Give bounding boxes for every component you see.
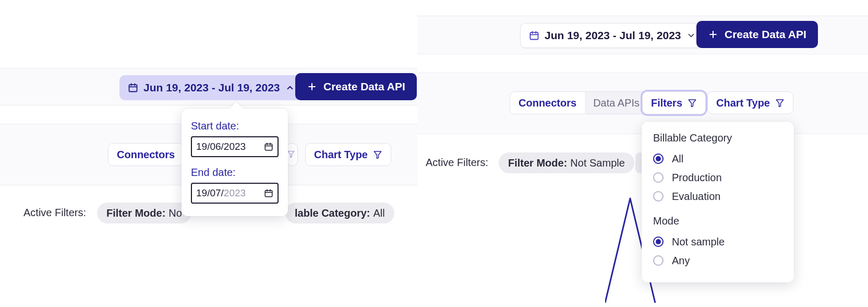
svg-marker-6: [288, 151, 294, 158]
radio-icon: [653, 154, 664, 164]
chip-billable-category: lable Category: All: [285, 203, 394, 223]
chevron-down-icon: [686, 31, 696, 40]
create-button-label: Create Data API: [725, 28, 806, 41]
option-billable-production[interactable]: Production: [653, 168, 782, 187]
chart-type-button[interactable]: Chart Type: [305, 143, 391, 166]
funnel-icon: [373, 150, 382, 159]
create-button-label: Create Data API: [323, 80, 405, 93]
date-range-text: Jun 19, 2023 - Jul 19, 2023: [143, 81, 280, 94]
radio-icon: [653, 237, 664, 247]
option-billable-all[interactable]: All: [653, 149, 782, 168]
segment-connectors[interactable]: Connectors: [108, 144, 183, 166]
chevron-up-icon: [285, 83, 295, 92]
date-range-button[interactable]: Jun 19, 2023 - Jul 19, 2023: [520, 23, 705, 48]
date-range-popover: Start date: 19/06/2023 End date: 19/07/2…: [182, 109, 288, 216]
svg-marker-23: [776, 100, 783, 107]
option-mode-not-sample[interactable]: Not sample: [653, 232, 782, 251]
funnel-icon: [775, 98, 785, 108]
create-data-api-button[interactable]: Create Data API: [696, 21, 818, 48]
filters-button[interactable]: Filters: [642, 91, 706, 114]
svg-rect-16: [531, 32, 538, 39]
chart-type-button[interactable]: Chart Type: [707, 91, 793, 114]
radio-icon: [653, 255, 664, 266]
start-date-label: Start date:: [191, 120, 279, 132]
end-date-label: End date:: [191, 167, 279, 179]
funnel-icon: [287, 150, 295, 159]
filters-popover: Billable Category All Production Evaluat…: [642, 122, 794, 282]
svg-rect-12: [265, 191, 272, 197]
active-filters-label: Active Filters:: [23, 207, 86, 219]
chip-filter-mode: Filter Mode: No: [97, 203, 191, 223]
calendar-icon: [529, 30, 539, 41]
start-date-input[interactable]: 19/06/2023: [191, 136, 279, 157]
billable-category-title: Billable Category: [653, 132, 782, 144]
date-range-button[interactable]: Jun 19, 2023 - Jul 19, 2023: [119, 75, 303, 100]
panel-date-open: Jun 19, 2023 - Jul 19, 2023 Create Data …: [0, 0, 417, 307]
plus-icon: [708, 29, 718, 40]
end-date-input[interactable]: 19/07/2023: [191, 183, 279, 204]
filters-button-obscured[interactable]: [286, 143, 298, 166]
plus-icon: [307, 81, 317, 92]
svg-marker-22: [689, 100, 696, 107]
svg-marker-7: [374, 151, 381, 159]
date-range-text: Jun 19, 2023 - Jul 19, 2023: [545, 29, 681, 42]
calendar-icon: [264, 142, 273, 151]
funnel-icon: [688, 98, 697, 108]
mode-title: Mode: [653, 215, 782, 227]
chart-type-label: Chart Type: [716, 97, 770, 109]
active-filters-label: Active Filters:: [426, 157, 488, 169]
chart-type-label: Chart Type: [314, 149, 368, 161]
view-segment-group: Connectors Data APIs: [510, 91, 648, 114]
svg-rect-8: [265, 144, 272, 150]
radio-icon: [653, 191, 664, 202]
panel-filters-open: Jun 19, 2023 - Jul 19, 2023 Create Data …: [417, 0, 868, 307]
segment-connectors[interactable]: Connectors: [510, 92, 585, 114]
segment-data-apis[interactable]: Data APIs: [585, 92, 648, 114]
view-segment-group: Connectors: [108, 143, 184, 166]
calendar-icon: [128, 82, 138, 93]
option-mode-any[interactable]: Any: [653, 251, 782, 270]
chip-filter-mode: Filter Mode: Not Sample: [499, 152, 634, 173]
filters-label: Filters: [651, 97, 682, 109]
radio-icon: [653, 172, 664, 183]
calendar-icon: [264, 188, 273, 198]
option-billable-evaluation[interactable]: Evaluation: [653, 187, 782, 206]
svg-rect-0: [129, 85, 137, 91]
create-data-api-button[interactable]: Create Data API: [295, 73, 417, 100]
